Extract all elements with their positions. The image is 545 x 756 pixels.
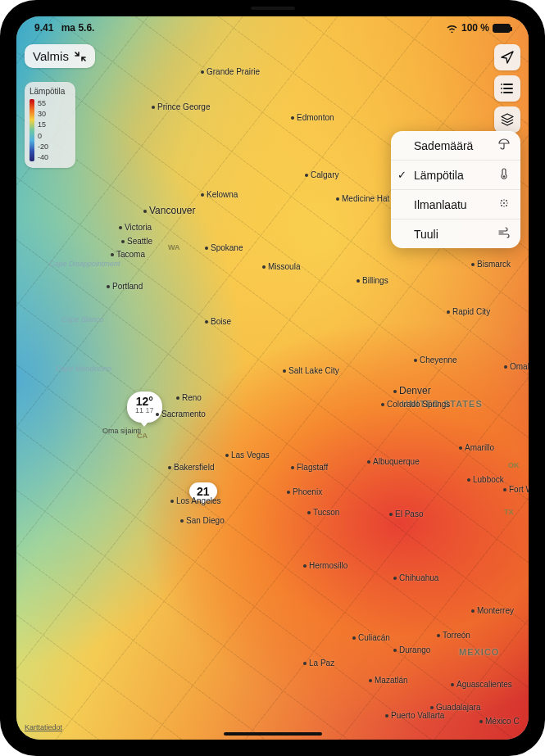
svg-point-0 <box>503 175 506 178</box>
city-label: Hermosillo <box>303 561 347 570</box>
battery-icon <box>493 24 511 33</box>
city-label: Missoula <box>262 262 300 271</box>
layers-icon <box>500 112 515 127</box>
layer-option-precipitation[interactable]: Sademäärä <box>391 131 520 161</box>
city-label: Denver <box>393 385 431 396</box>
city-label: Vancouver <box>143 205 195 216</box>
city-label: Lubbock <box>467 475 504 484</box>
city-label: Medicine Hat <box>336 194 389 203</box>
city-label: Las Vegas <box>225 450 270 459</box>
list-icon <box>500 81 515 96</box>
collapse-icon <box>74 50 87 63</box>
label-mexico: MEXICO <box>459 647 499 657</box>
city-label: México C <box>479 717 520 726</box>
city-label: Albuquerque <box>367 457 420 466</box>
svg-point-1 <box>503 202 505 204</box>
city-label: Mazatlán <box>369 676 408 685</box>
city-label: Omaha <box>504 362 529 371</box>
svg-point-9 <box>506 202 507 203</box>
city-label: Bismarck <box>471 260 511 269</box>
city-label: Tucson <box>307 508 339 517</box>
done-button[interactable]: Valmis <box>25 44 95 68</box>
home-indicator[interactable] <box>224 732 322 736</box>
status-bar: 9.41 ma 5.6. 100 % <box>16 16 529 36</box>
legend-title: Lämpötila <box>30 87 70 96</box>
city-label: Portland <box>107 282 143 291</box>
city-label: Colorado Springs <box>381 400 450 409</box>
city-label: Calgary <box>305 170 338 179</box>
clock: 9.41 <box>34 22 53 34</box>
pin-hi-lo: 11 17 <box>135 406 154 414</box>
city-label: Monterrey <box>471 606 514 615</box>
air-quality-icon <box>497 197 511 212</box>
svg-point-3 <box>506 200 507 201</box>
wind-icon <box>497 226 511 242</box>
city-label: El Paso <box>389 509 423 518</box>
legend-ticks: 55 30 15 0 -20 -40 <box>38 99 48 161</box>
wifi-icon <box>446 24 458 33</box>
city-label: Victoria <box>119 223 152 232</box>
list-button[interactable] <box>494 75 520 102</box>
label-state-tx: TX <box>504 508 514 516</box>
city-label: Spokane <box>205 243 243 252</box>
screen: 9.41 ma 5.6. 100 % Valmis Lämpötila 55 3… <box>16 16 529 740</box>
legend-gradient <box>30 99 34 161</box>
city-label: Los Angeles <box>170 496 221 505</box>
city-label: Salt Lake City <box>283 366 339 375</box>
city-label: Amarillo <box>459 443 494 452</box>
svg-point-4 <box>501 205 502 206</box>
legend-tick: -40 <box>38 153 48 161</box>
city-label: Boise <box>205 317 231 326</box>
city-label: Grande Prairie <box>201 67 260 76</box>
label-cape-blanco: Cape Blanco <box>61 315 104 324</box>
city-label: Kelowna <box>201 190 238 199</box>
city-label: Tacoma <box>111 250 145 259</box>
camera-dots <box>251 7 295 10</box>
ipad-frame: 9.41 ma 5.6. 100 % Valmis Lämpötila 55 3… <box>0 0 545 756</box>
city-label: La Paz <box>303 659 334 668</box>
layer-label: Sademäärä <box>414 139 473 152</box>
layers-button[interactable] <box>494 106 520 133</box>
city-label: Chihuahua <box>393 573 438 582</box>
done-label: Valmis <box>33 49 69 63</box>
location-arrow-icon <box>500 50 515 65</box>
umbrella-icon <box>497 138 511 153</box>
svg-point-5 <box>506 205 507 206</box>
layer-option-temperature[interactable]: ✓ Lämpötila <box>391 161 520 190</box>
city-label: Cheyenne <box>414 355 457 364</box>
status-left: 9.41 ma 5.6. <box>34 22 94 34</box>
city-label: Puerto Vallarta <box>385 711 444 720</box>
city-label: Phoenix <box>287 487 322 496</box>
city-label: Prince George <box>152 102 210 111</box>
city-label: Seattle <box>121 237 152 246</box>
date: ma 5.6. <box>61 22 95 34</box>
city-label: Fort Worth <box>503 485 529 494</box>
label-state-wa: WA <box>168 243 180 251</box>
current-location-label: Oma sijainti <box>102 427 141 435</box>
battery-pct: 100 % <box>461 22 489 34</box>
layer-label: Tuuli <box>414 228 438 241</box>
legend-tick: 0 <box>38 132 48 140</box>
legend-tick: 55 <box>38 99 48 107</box>
map-attribution[interactable]: Karttatiedot <box>25 723 62 731</box>
layer-option-air-quality[interactable]: Ilmanlaatu <box>391 190 520 220</box>
city-label: Edmonton <box>291 113 334 122</box>
status-right: 100 % <box>446 22 511 34</box>
locate-button[interactable] <box>494 44 520 70</box>
city-label: Bakersfield <box>168 463 214 472</box>
thermometer-icon <box>497 167 511 183</box>
svg-point-6 <box>503 199 504 200</box>
city-label: Aguascalientes <box>451 680 512 689</box>
svg-point-2 <box>501 200 502 201</box>
city-label: Durango <box>393 645 430 654</box>
svg-point-8 <box>500 202 501 203</box>
legend-tick: 15 <box>38 120 48 129</box>
legend-tick: -20 <box>38 143 48 151</box>
layer-label: Ilmanlaatu <box>414 198 467 211</box>
city-label: Culiacán <box>352 633 390 642</box>
layers-popover: Sademäärä ✓ Lämpötila Ilmanlaatu Tuuli <box>391 131 520 248</box>
temperature-legend: Lämpötila 55 30 15 0 -20 -40 <box>25 82 75 168</box>
layer-label: Lämpötila <box>414 169 464 182</box>
layer-option-wind[interactable]: Tuuli <box>391 220 520 248</box>
city-label: Rapid City <box>447 307 490 316</box>
